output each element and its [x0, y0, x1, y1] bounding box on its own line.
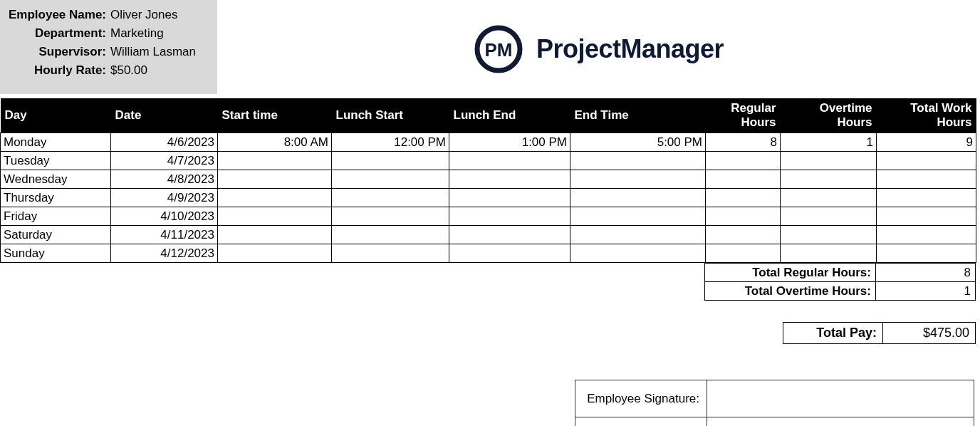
overtime-hours-cell [781, 170, 877, 189]
end-time-cell[interactable] [570, 207, 706, 226]
lunch-start-cell[interactable] [332, 207, 449, 226]
date-cell: 4/11/2023 [111, 226, 218, 244]
start-time-cell[interactable] [218, 170, 332, 189]
start-time-cell[interactable]: 8:00 AM [218, 133, 332, 152]
totals-table: Total Regular Hours: 8 Total Overtime Ho… [704, 263, 976, 301]
signature-table: Employee Signature: Supervisor Signature… [575, 380, 974, 426]
table-row: Saturday4/11/2023 [1, 226, 976, 244]
lunch-start-cell[interactable] [332, 226, 449, 244]
regular-hours-cell [706, 226, 781, 244]
employee-signature-label: Employee Signature: [575, 380, 707, 417]
day-cell: Sunday [1, 244, 111, 263]
col-lunch-start-header: Lunch Start [332, 98, 449, 133]
lunch-end-cell[interactable] [449, 170, 570, 189]
day-cell: Tuesday [1, 152, 111, 170]
day-cell: Saturday [1, 226, 111, 244]
employee-name-value: Oliver Jones [110, 6, 177, 24]
total-pay-table: Total Pay: $475.00 [783, 322, 976, 344]
end-time-cell[interactable] [570, 170, 706, 189]
supervisor-signature-label: Supervisor Signature: [575, 417, 707, 427]
day-cell: Friday [1, 207, 111, 226]
overtime-hours-cell [781, 226, 877, 244]
total-hours-cell [877, 170, 976, 189]
regular-hours-cell [706, 207, 781, 226]
date-cell: 4/9/2023 [111, 189, 218, 207]
start-time-cell[interactable] [218, 189, 332, 207]
pm-logo-icon: PM [474, 24, 523, 74]
total-hours-cell: 9 [877, 133, 976, 152]
overtime-hours-cell [781, 189, 877, 207]
overtime-hours-cell [781, 207, 877, 226]
lunch-start-cell[interactable] [332, 152, 449, 170]
date-cell: 4/8/2023 [111, 170, 218, 189]
total-pay-value: $475.00 [883, 323, 976, 344]
total-overtime-label: Total Overtime Hours: [705, 282, 876, 301]
lunch-end-cell[interactable] [449, 244, 570, 263]
total-regular-value: 8 [876, 264, 976, 282]
end-time-cell[interactable]: 5:00 PM [570, 133, 706, 152]
col-total-header: Total Work Hours [877, 98, 976, 133]
total-pay-label: Total Pay: [783, 323, 883, 344]
lunch-end-cell[interactable] [449, 226, 570, 244]
lunch-start-cell[interactable]: 12:00 PM [332, 133, 449, 152]
overtime-hours-cell: 1 [781, 133, 877, 152]
header-row: Day Date Start time Lunch Start Lunch En… [1, 98, 976, 133]
employee-name-label: Employee Name: [7, 6, 110, 24]
start-time-cell[interactable] [218, 152, 332, 170]
overtime-hours-cell [781, 244, 877, 263]
svg-text:PM: PM [484, 39, 512, 61]
supervisor-label: Supervisor: [7, 43, 110, 61]
end-time-cell[interactable] [570, 152, 706, 170]
brand-block: PM ProjectManager [217, 0, 980, 74]
date-cell: 4/12/2023 [111, 244, 218, 263]
day-cell: Thursday [1, 189, 111, 207]
end-time-cell[interactable] [570, 244, 706, 263]
start-time-cell[interactable] [218, 244, 332, 263]
start-time-cell[interactable] [218, 207, 332, 226]
hourly-rate-label: Hourly Rate: [7, 61, 110, 80]
regular-hours-cell [706, 170, 781, 189]
lunch-start-cell[interactable] [332, 244, 449, 263]
lunch-end-cell[interactable] [449, 207, 570, 226]
col-regular-header: Regular Hours [706, 98, 781, 133]
supervisor-signature-field[interactable] [707, 417, 974, 427]
hourly-rate-value: $50.00 [110, 61, 147, 80]
date-cell: 4/7/2023 [111, 152, 218, 170]
total-hours-cell [877, 152, 976, 170]
col-overtime-header: Overtime Hours [781, 98, 877, 133]
department-label: Department: [7, 24, 110, 43]
total-regular-label: Total Regular Hours: [705, 264, 876, 282]
lunch-end-cell[interactable] [449, 189, 570, 207]
table-row: Monday4/6/20238:00 AM12:00 PM1:00 PM5:00… [1, 133, 976, 152]
header-area: Employee Name: Oliver Jones Department: … [0, 0, 980, 94]
end-time-cell[interactable] [570, 189, 706, 207]
overtime-hours-cell [781, 152, 877, 170]
table-row: Sunday4/12/2023 [1, 244, 976, 263]
total-hours-cell [877, 244, 976, 263]
start-time-cell[interactable] [218, 226, 332, 244]
day-cell: Monday [1, 133, 111, 152]
date-cell: 4/10/2023 [111, 207, 218, 226]
timesheet-table: Day Date Start time Lunch Start Lunch En… [0, 98, 976, 263]
day-cell: Wednesday [1, 170, 111, 189]
lunch-end-cell[interactable] [449, 152, 570, 170]
col-start-header: Start time [218, 98, 332, 133]
supervisor-value: William Lasman [110, 43, 196, 61]
brand-name: ProjectManager [536, 34, 724, 64]
date-cell: 4/6/2023 [111, 133, 218, 152]
table-row: Tuesday4/7/2023 [1, 152, 976, 170]
regular-hours-cell [706, 189, 781, 207]
employee-signature-field[interactable] [707, 380, 974, 417]
lunch-start-cell[interactable] [332, 170, 449, 189]
lunch-start-cell[interactable] [332, 189, 449, 207]
regular-hours-cell: 8 [706, 133, 781, 152]
employee-info-box: Employee Name: Oliver Jones Department: … [0, 0, 217, 94]
lunch-end-cell[interactable]: 1:00 PM [449, 133, 570, 152]
total-hours-cell [877, 189, 976, 207]
table-row: Friday4/10/2023 [1, 207, 976, 226]
total-overtime-value: 1 [876, 282, 976, 301]
end-time-cell[interactable] [570, 226, 706, 244]
col-lunch-end-header: Lunch End [449, 98, 570, 133]
table-row: Thursday4/9/2023 [1, 189, 976, 207]
regular-hours-cell [706, 152, 781, 170]
